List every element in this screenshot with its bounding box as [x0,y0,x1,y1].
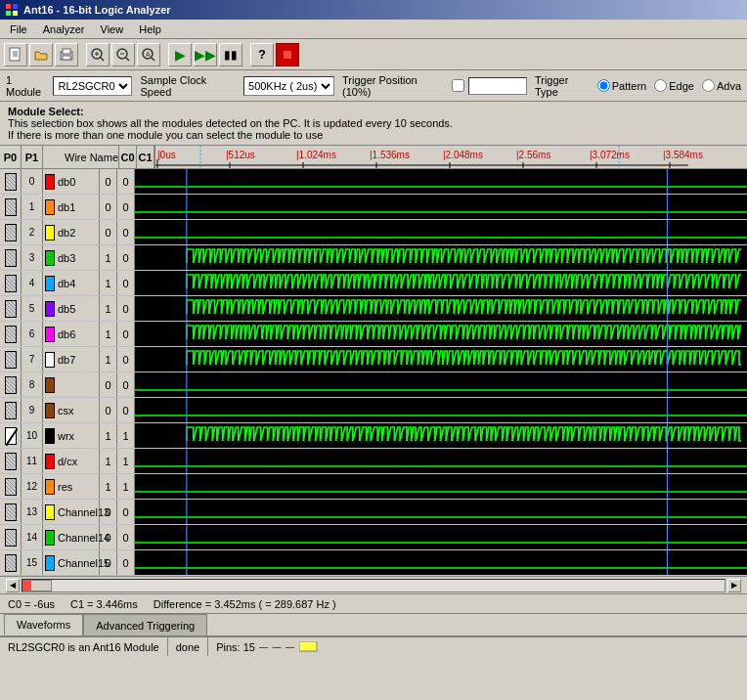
edge-label: Edge [669,80,694,92]
menu-view[interactable]: View [93,22,132,37]
cell-c1-15: 0 [117,550,135,575]
trigger-pos-input[interactable] [468,77,527,95]
svg-rect-0 [6,4,11,9]
color-box-2 [5,224,17,241]
cell-name-10: wrx [43,423,100,448]
waveform-area: P0 P1 Wire Name C0 C1 |0us |512us |1.024… [0,146,747,576]
waveform-5 [135,296,747,321]
cell-c0-13: 0 [100,500,117,524]
header-p0: P0 [0,146,22,168]
color-swatch-7 [45,352,55,368]
color-swatch-12 [45,479,55,495]
app-icon [4,2,20,18]
channel-row-3: 3db310 [0,245,747,271]
color-box-5 [5,300,17,318]
color-swatch-2 [45,225,55,241]
channel-row-4: 4db410 [0,271,747,296]
wave-svg-10 [135,423,747,448]
adva-radio-label[interactable]: Adva [702,79,741,92]
cell-c0-9: 0 [100,398,117,422]
waveform-15 [135,550,747,575]
wave-svg-15 [135,550,747,575]
channel-row-15: 15Channel1500 [0,550,747,576]
wave-svg-14 [135,525,747,549]
tab-advanced-triggering[interactable]: Advanced Triggering [83,614,207,635]
channel-header: P0 P1 Wire Name C0 C1 |0us |512us |1.024… [0,146,747,169]
pins-label: Pins: 15 [216,641,255,653]
channel-row-8: 800 [0,372,747,398]
svg-rect-2 [6,11,11,16]
pause-button[interactable]: ▮▮ [219,43,242,66]
cell-c1-0: 0 [117,169,135,194]
cell-p0-7 [0,347,22,372]
scroll-area[interactable]: ◀ ▶ [0,576,747,593]
color-box-3 [5,249,17,267]
cell-c1-5: 0 [117,296,135,321]
run-button[interactable]: ▶ [168,43,192,66]
pattern-radio[interactable] [597,79,610,92]
cell-name-14: Channel14 [43,525,100,549]
cursor-info-bar: C0 = -6us C1 = 3.446ms Difference = 3.45… [0,593,747,613]
menu-help[interactable]: Help [131,22,169,37]
channel-row-6: 6db610 [0,322,747,347]
wave-svg-5 [135,296,747,321]
zoom-out-button[interactable] [111,43,135,66]
print-button[interactable] [55,43,78,66]
scroll-right-button[interactable]: ▶ [727,579,741,592]
cell-c1-14: 0 [117,525,135,549]
svg-rect-9 [63,49,70,54]
wave-svg-11 [135,449,747,473]
trigger-type-label: Trigger Type [535,74,593,98]
color-box-14 [5,529,17,547]
module-select[interactable]: RL2SGCR0 [53,76,132,96]
trigger-pos-label: Trigger Position (10%) [342,74,448,98]
app-title: Ant16 - 16-bit Logic Analyzer [23,4,171,16]
svg-line-19 [152,58,154,61]
scroll-thumb[interactable] [22,580,52,591]
waveform-3 [135,245,747,270]
stop-red-button[interactable] [276,43,299,66]
trigger-checkbox[interactable] [452,79,464,92]
tab-waveforms[interactable]: Waveforms [4,614,83,635]
color-swatch-6 [45,327,55,342]
cell-name-1: db1 [43,195,100,219]
cell-p0-14 [0,525,22,549]
cell-c0-6: 1 [100,322,117,346]
color-box-13 [5,503,17,521]
header-c0: C0 [119,146,137,168]
wave-svg-0 [135,169,747,194]
zoom-in-button[interactable] [86,43,110,66]
edge-radio-label[interactable]: Edge [654,79,694,92]
toolbar: A ▶ ▶▶ ▮▮ ? [0,39,747,70]
waveform-12 [135,474,747,499]
cell-c1-13: 0 [117,500,135,524]
channel-row-0: 0db000 [0,169,747,195]
open-button[interactable] [29,43,53,66]
menu-file[interactable]: File [2,22,35,37]
wave-svg-2 [135,220,747,244]
cell-c0-4: 1 [100,271,117,295]
menu-bar: File Analyzer View Help [0,20,747,39]
scroll-track[interactable] [22,579,725,592]
waveform-2 [135,220,747,244]
zoom-fit-button[interactable]: A [137,43,160,66]
svg-rect-10 [63,56,70,60]
edge-radio[interactable] [654,79,667,92]
cell-c0-2: 0 [100,220,117,244]
channel-name-3: db3 [58,252,75,264]
cell-c1-9: 0 [117,398,135,422]
stop-button[interactable]: ▶▶ [194,43,217,66]
svg-text:|0us: |0us [157,150,176,160]
cell-num-2: 2 [22,220,43,244]
header-p1: P1 [22,146,43,168]
adva-radio[interactable] [702,79,715,92]
color-swatch-14 [45,530,55,546]
new-button[interactable] [4,43,27,66]
cell-c1-8: 0 [117,372,135,397]
svg-rect-3 [13,11,18,16]
menu-analyzer[interactable]: Analyzer [35,22,93,37]
pattern-radio-label[interactable]: Pattern [597,79,646,92]
scroll-left-button[interactable]: ◀ [6,579,20,592]
help-btn[interactable]: ? [250,43,274,66]
clock-select[interactable]: 500KHz ( 2us) [243,76,334,96]
